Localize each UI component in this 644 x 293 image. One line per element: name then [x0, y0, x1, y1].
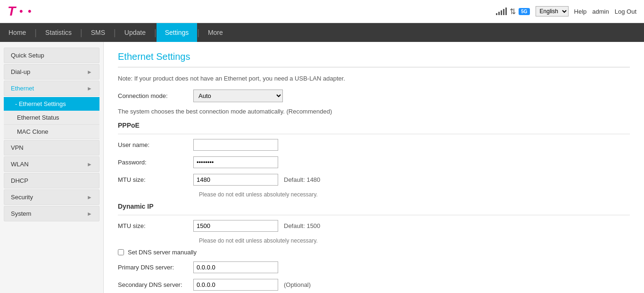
- system-label: System: [11, 210, 31, 217]
- ethernet-arrow-icon: ►: [87, 85, 92, 92]
- mtu-pppoe-hint: Please do not edit unless absolutely nec…: [199, 191, 630, 198]
- set-dns-label: Set DNS server manually: [128, 249, 197, 256]
- username-label: User name:: [118, 141, 193, 148]
- security-arrow-icon: ►: [87, 194, 92, 201]
- nav-more[interactable]: More: [199, 23, 231, 42]
- mtu-dynamic-default: Default: 1500: [284, 222, 320, 229]
- sidebar-dhcp-section: DHCP: [0, 173, 103, 188]
- quick-setup-label: Quick Setup: [11, 52, 44, 59]
- ethernet-label: Ethernet: [11, 85, 34, 92]
- mtu-dynamic-label: MTU size:: [118, 222, 193, 229]
- connection-mode-row: Connection mode: Auto PPPoE Dynamic IP S…: [118, 90, 630, 102]
- recommended-text: The system chooses the best connection m…: [118, 108, 630, 115]
- sidebar-item-wlan[interactable]: WLAN ►: [4, 156, 99, 172]
- secondary-dns-optional: (Optional): [284, 281, 311, 288]
- dhcp-label: DHCP: [11, 177, 28, 184]
- sidebar-quick-setup-section: Quick Setup: [0, 48, 103, 63]
- ethernet-settings-label: Ethernet Settings: [19, 100, 66, 107]
- system-arrow-icon: ►: [87, 211, 92, 217]
- wlan-arrow-icon: ►: [87, 161, 92, 168]
- mtu-pppoe-row: MTU size: Default: 1480: [118, 174, 630, 186]
- mtu-pppoe-label: MTU size:: [118, 176, 193, 183]
- sidebar-item-security[interactable]: Security ►: [4, 189, 99, 205]
- main-layout: Quick Setup Dial-up ► Ethernet ► - Ether…: [0, 42, 644, 293]
- sidebar-item-system[interactable]: System ►: [4, 206, 99, 221]
- sidebar-item-ethernet[interactable]: Ethernet ►: [4, 81, 99, 96]
- secondary-dns-input[interactable]: [193, 279, 278, 291]
- connection-mode-label: Connection mode:: [118, 92, 193, 99]
- sidebar-item-mac-clone[interactable]: MAC Clone: [4, 125, 99, 139]
- mtu-dynamic-input[interactable]: [193, 220, 278, 232]
- set-dns-checkbox[interactable]: [118, 249, 124, 255]
- 5g-badge: 5G: [519, 8, 529, 15]
- sidebar-item-dialup[interactable]: Dial-up ►: [4, 64, 99, 80]
- logout-link[interactable]: Log Out: [615, 8, 636, 15]
- logo-area: T • •: [8, 4, 33, 19]
- vpn-label: VPN: [11, 144, 24, 151]
- title-divider: [118, 67, 630, 67]
- secondary-dns-row: Secondary DNS server: (Optional): [118, 279, 630, 291]
- password-label: Password:: [118, 159, 193, 166]
- signal-bars-icon: [496, 8, 507, 15]
- nav-sms[interactable]: SMS: [83, 23, 114, 42]
- admin-label: admin: [592, 8, 609, 15]
- wlan-label: WLAN: [11, 161, 29, 168]
- mac-clone-label: MAC Clone: [17, 128, 48, 135]
- ethernet-note: Note: If your product does not have an E…: [118, 75, 630, 82]
- sidebar-system-section: System ►: [0, 206, 103, 221]
- username-input[interactable]: [193, 139, 278, 151]
- mtu-dynamic-row: MTU size: Default: 1500: [118, 220, 630, 232]
- primary-dns-row: Primary DNS server:: [118, 261, 630, 273]
- connection-mode-select[interactable]: Auto PPPoE Dynamic IP Static IP: [193, 90, 283, 102]
- mtu-dynamic-hint: Please do not edit unless absolutely nec…: [199, 237, 630, 244]
- sidebar-dialup-section: Dial-up ►: [0, 64, 103, 80]
- sidebar-item-ethernet-settings[interactable]: - Ethernet Settings: [4, 97, 99, 111]
- password-row: Password:: [118, 156, 630, 168]
- dialup-label: Dial-up: [11, 68, 30, 75]
- top-bar: T • • ⇅ 5G English Help admin Log Out: [0, 0, 644, 23]
- nav-bar: Home | Statistics | SMS | Update | Setti…: [0, 23, 644, 42]
- signal-area: ⇅ 5G: [496, 7, 529, 16]
- logo-dots: • •: [19, 5, 33, 17]
- top-right: ⇅ 5G English Help admin Log Out: [496, 6, 636, 16]
- content-area: Ethernet Settings Note: If your product …: [104, 42, 644, 293]
- secondary-dns-label: Secondary DNS server:: [118, 281, 193, 288]
- page-title: Ethernet Settings: [118, 51, 630, 62]
- primary-dns-label: Primary DNS server:: [118, 264, 193, 271]
- dynamic-ip-divider: [118, 215, 630, 215]
- language-select[interactable]: English: [536, 6, 569, 16]
- transfer-arrows-icon: ⇅: [510, 7, 516, 16]
- ethernet-status-label: Ethernet Status: [17, 114, 59, 121]
- ethernet-settings-prefix: -: [15, 100, 19, 107]
- sidebar-ethernet-section: Ethernet ► - Ethernet Settings Ethernet …: [0, 81, 103, 139]
- pppoe-section-label: PPPoE: [118, 122, 630, 129]
- dynamic-ip-section-label: Dynamic IP: [118, 203, 630, 210]
- primary-dns-input[interactable]: [193, 261, 278, 273]
- sidebar-wlan-section: WLAN ►: [0, 156, 103, 172]
- pppoe-divider: [118, 134, 630, 134]
- sidebar-security-section: Security ►: [0, 189, 103, 205]
- set-dns-row: Set DNS server manually: [118, 249, 630, 256]
- help-link[interactable]: Help: [574, 8, 587, 15]
- sidebar-item-vpn[interactable]: VPN: [4, 140, 99, 155]
- username-row: User name:: [118, 139, 630, 151]
- mtu-pppoe-input[interactable]: [193, 174, 278, 186]
- dialup-arrow-icon: ►: [87, 69, 92, 75]
- password-input[interactable]: [193, 156, 278, 168]
- logo-t-icon: T: [8, 4, 16, 19]
- sidebar-vpn-section: VPN: [0, 140, 103, 155]
- nav-update[interactable]: Update: [116, 23, 154, 42]
- nav-statistics[interactable]: Statistics: [37, 23, 80, 42]
- sidebar: Quick Setup Dial-up ► Ethernet ► - Ether…: [0, 42, 104, 293]
- sidebar-item-dhcp[interactable]: DHCP: [4, 173, 99, 188]
- mtu-pppoe-default: Default: 1480: [284, 176, 320, 183]
- security-label: Security: [11, 194, 33, 201]
- sidebar-item-ethernet-status[interactable]: Ethernet Status: [4, 111, 99, 125]
- sidebar-item-quick-setup[interactable]: Quick Setup: [4, 48, 99, 63]
- nav-home[interactable]: Home: [0, 23, 34, 42]
- nav-settings[interactable]: Settings: [157, 23, 198, 42]
